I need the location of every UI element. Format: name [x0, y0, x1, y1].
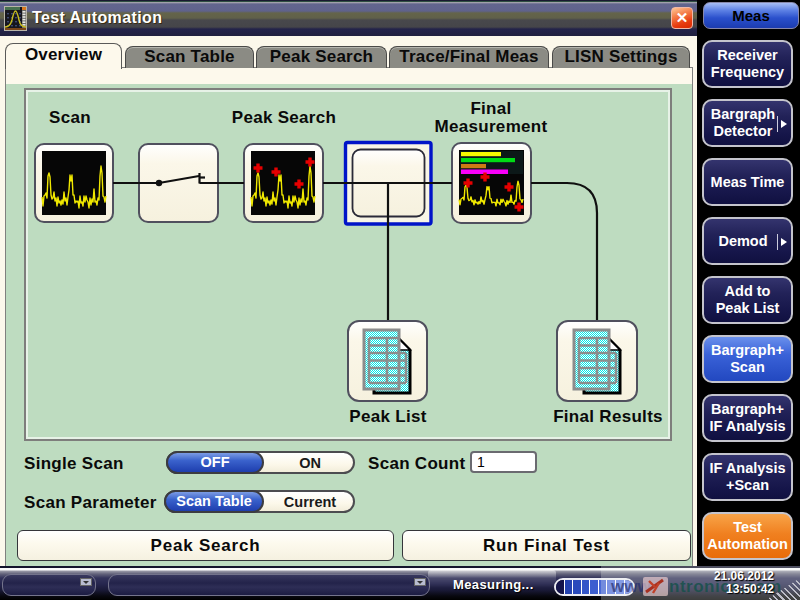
svg-text:Peak List: Peak List	[349, 407, 426, 426]
svg-text:Peak Search: Peak Search	[232, 108, 336, 127]
svg-text:Scan: Scan	[49, 108, 91, 127]
svg-text:Measurement: Measurement	[435, 117, 548, 136]
svg-text:Final Results: Final Results	[553, 407, 663, 426]
svg-text:Final: Final	[470, 99, 511, 118]
